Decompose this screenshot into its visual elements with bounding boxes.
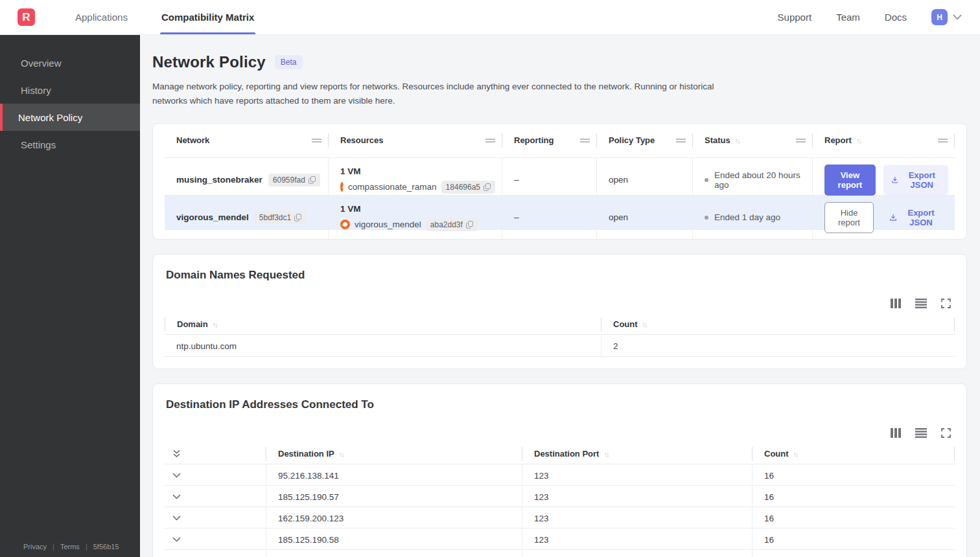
table-row[interactable]: 162.159.200.123 123 16 — [165, 506, 955, 528]
col-header-destination-port[interactable]: Destination Port ↑↓ — [522, 447, 752, 461]
destination-port-cell: 123 — [522, 507, 752, 530]
link-support[interactable]: Support — [778, 12, 812, 23]
export-json-button[interactable]: Export JSON — [883, 165, 948, 195]
resource-id-badge[interactable]: 184696a5 — [441, 181, 495, 194]
sort-icon[interactable]: ↑↓ — [642, 321, 647, 328]
resources-summary: 1 VM — [340, 166, 495, 176]
table-row[interactable]: 95.216.100.21 123 16 — [165, 549, 955, 557]
export-json-button[interactable]: Export JSON — [881, 203, 948, 233]
column-resize-handle-icon[interactable] — [312, 139, 321, 142]
nav-applications[interactable]: Applications — [58, 0, 145, 34]
sort-icon[interactable]: ↑↓ — [339, 450, 344, 458]
page-description: Manage network policy, reporting and vie… — [152, 80, 723, 109]
chevron-down-icon — [172, 516, 181, 521]
expand-row-toggle[interactable] — [165, 464, 266, 487]
terms-link[interactable]: Terms — [60, 543, 80, 551]
expand-row-toggle[interactable] — [165, 486, 266, 508]
destination-ip-cell: 185.125.190.57 — [266, 486, 522, 508]
columns-icon[interactable] — [891, 299, 901, 308]
table-row[interactable]: musing_stonebraker 60959fad 1 VM compass… — [165, 157, 955, 195]
resources-cell: 1 VM vigorous_mendel aba2dd3f — [329, 196, 502, 240]
column-resize-handle-icon[interactable] — [580, 139, 590, 142]
resource-id-badge[interactable]: aba2dd3f — [426, 218, 478, 231]
col-header-report[interactable]: Report ↑↓ — [813, 133, 955, 148]
top-nav: Applications Compatibility Matrix — [58, 0, 271, 34]
sort-icon[interactable]: ↑↓ — [603, 450, 608, 458]
row-density-icon[interactable] — [915, 299, 927, 308]
hide-report-button[interactable]: Hide report — [824, 202, 874, 233]
sort-icon[interactable]: ↑↓ — [213, 321, 217, 328]
card-title: Destination IP Addresses Connected To — [165, 396, 955, 411]
download-icon — [890, 212, 896, 222]
sidebar-item-history[interactable]: History — [0, 76, 140, 104]
copy-icon — [484, 183, 491, 191]
sort-icon[interactable]: ↑↓ — [735, 137, 740, 144]
sidebar-item-settings[interactable]: Settings — [0, 131, 140, 158]
sidebar-item-network-policy[interactable]: Network Policy — [0, 104, 140, 131]
account-menu[interactable]: H — [931, 9, 962, 25]
table-row[interactable]: 95.216.138.141 123 16 — [165, 464, 955, 485]
fullscreen-icon[interactable] — [941, 428, 951, 438]
destinations-card: Destination IP Addresses Connected To De… — [152, 383, 967, 557]
col-header-network[interactable]: Network — [165, 133, 329, 148]
destination-port-cell: 123 — [522, 529, 752, 551]
expand-all-header[interactable] — [165, 447, 266, 461]
column-resize-handle-icon[interactable] — [676, 139, 686, 142]
col-header-count[interactable]: Count ↑↓ — [601, 317, 955, 332]
network-id-badge[interactable]: 60959fad — [268, 174, 320, 187]
privacy-link[interactable]: Privacy — [23, 543, 47, 551]
col-header-policy-type[interactable]: Policy Type — [597, 133, 693, 148]
domains-card: Domain Names Requested Domain ↑↓ Count ↑… — [152, 254, 967, 369]
page-title: Network Policy — [152, 53, 266, 71]
divider: | — [52, 543, 54, 551]
nav-compatibility-matrix[interactable]: Compatibility Matrix — [145, 0, 271, 34]
network-cell: vigorous_mendel 5bdf3dc1 — [165, 196, 329, 240]
network-id-badge[interactable]: 5bdf3dc1 — [255, 211, 306, 224]
vm-resource-icon — [340, 220, 350, 229]
chevron-down-icon — [172, 473, 181, 478]
status-cell: Ended 1 day ago — [693, 196, 813, 240]
column-resize-handle-icon[interactable] — [938, 139, 948, 142]
col-header-domain[interactable]: Domain ↑↓ — [165, 317, 601, 332]
chevron-down-icon — [172, 537, 181, 542]
network-name: vigorous_mendel — [176, 212, 249, 222]
status-dot-icon — [705, 178, 708, 182]
resources-summary: 1 VM — [340, 204, 495, 214]
reporting-cell: – — [502, 196, 597, 240]
row-density-icon[interactable] — [915, 428, 927, 438]
link-docs[interactable]: Docs — [885, 12, 907, 23]
sidebar-item-overview[interactable]: Overview — [0, 49, 140, 76]
columns-icon[interactable] — [891, 428, 901, 438]
expand-row-toggle[interactable] — [165, 529, 266, 551]
resource-name[interactable]: compassionate_raman — [348, 182, 437, 192]
column-resize-handle-icon[interactable] — [796, 139, 806, 142]
app-logo[interactable]: R — [18, 8, 35, 26]
col-header-resources[interactable]: Resources — [329, 133, 502, 148]
col-header-reporting[interactable]: Reporting — [502, 133, 597, 148]
copy-icon — [309, 176, 316, 184]
networks-table: Network Resources Reporting Policy Type … — [165, 124, 955, 239]
table-row[interactable]: ntp.ubuntu.com 2 — [165, 334, 955, 357]
topbar-right: Support Team Docs H — [778, 9, 980, 25]
link-team[interactable]: Team — [836, 12, 860, 23]
col-header-status[interactable]: Status ↑↓ — [693, 133, 813, 148]
sort-icon[interactable]: ↑↓ — [793, 450, 798, 458]
domain-cell: ntp.ubuntu.com — [165, 335, 601, 358]
fullscreen-icon[interactable] — [941, 299, 951, 308]
column-resize-handle-icon[interactable] — [485, 139, 495, 142]
view-report-button[interactable]: View report — [824, 165, 876, 196]
expand-row-toggle[interactable] — [165, 507, 266, 530]
networks-card: Network Resources Reporting Policy Type … — [152, 123, 967, 240]
avatar[interactable]: H — [931, 9, 948, 25]
expand-row-toggle[interactable] — [165, 550, 266, 557]
table-row[interactable]: vigorous_mendel 5bdf3dc1 1 VM vigorous_m… — [165, 195, 955, 230]
destinations-table: Destination IP ↑↓ Destination Port ↑↓ Co… — [165, 444, 955, 557]
destination-ip-cell: 95.216.138.141 — [266, 464, 522, 487]
col-header-count[interactable]: Count ↑↓ — [752, 447, 955, 461]
table-row[interactable]: 185.125.190.58 123 16 — [165, 528, 955, 549]
sort-icon[interactable]: ↑↓ — [856, 137, 861, 144]
resource-name[interactable]: vigorous_mendel — [355, 220, 421, 229]
count-cell: 16 — [752, 550, 955, 557]
table-row[interactable]: 185.125.190.57 123 16 — [165, 485, 955, 506]
col-header-destination-ip[interactable]: Destination IP ↑↓ — [266, 447, 522, 461]
